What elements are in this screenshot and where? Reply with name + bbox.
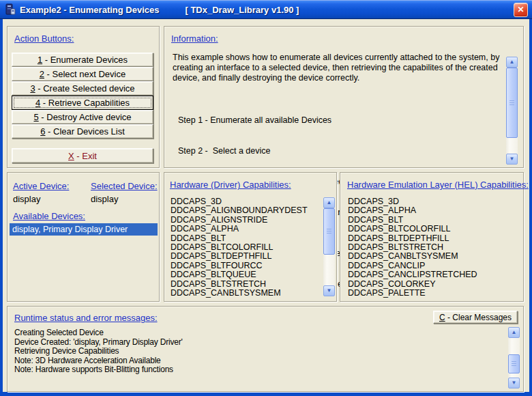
status-line: Retrieving Device Capabilities [14,347,183,356]
available-devices-label: Available Devices: [13,211,85,221]
scroll-up-button[interactable]: ▲ [508,327,520,338]
exit-button[interactable]: X - Exit [12,148,153,163]
caps-list-item[interactable]: DDCAPS_ALPHA [171,225,308,234]
caps-list-item[interactable]: DDCAPS_3D [348,197,477,206]
device-list-item-selected[interactable]: display, Primary Display Driver [10,223,158,236]
enumerate-devices-button[interactable]: 1 - Enumerate Devices [12,53,153,67]
caps-list-item[interactable]: DDCAPS_BLT [171,234,308,243]
caps-list-item[interactable]: DDCAPS_ALIGNSTRIDE [171,216,308,225]
available-devices-list[interactable]: display, Primary Display Driver [10,223,158,298]
caps-list-item[interactable]: DDCAPS_CANCLIP [348,261,477,270]
devices-panel: Active Device: display Selected Device: … [7,172,160,302]
information-panel: Information: This example shows how to e… [164,26,524,168]
caps-list-item[interactable]: DDCAPS_BLTCOLORFILL [348,225,477,234]
status-messages[interactable]: Creating Selected Device Device Created:… [14,328,183,375]
caps-list-item[interactable]: DDCAPS_BLTDEPTHFILL [171,252,308,261]
info-scrollbar[interactable]: ▲ ▼ [506,57,518,165]
scroll-track[interactable] [506,68,518,154]
selected-device-value: display [91,194,118,204]
clear-messages-button[interactable]: C - Clear Messages [433,311,518,324]
select-next-device-button[interactable]: 2 - Select next Device [12,67,153,81]
title-bar[interactable]: Example2 - Enumerating Devices[ TDx_Draw… [0,0,532,19]
information-text[interactable]: This example shows how to enumerate all … [173,53,511,83]
clear-devices-list-button[interactable]: 6 - Clear Devices List [12,124,153,139]
active-device-value: display [13,194,40,204]
close-button[interactable]: ✕ [514,3,528,17]
status-panel: Runtime status and error messages: C - C… [7,306,524,392]
caps-list-item[interactable]: DDCAPS_BLTDEPTHFILL [348,234,477,243]
chevron-down-icon: ▼ [327,287,332,294]
close-icon: ✕ [517,5,524,14]
caps-list-item[interactable]: DDCAPS_3D [171,197,308,206]
caps-list-item[interactable]: DDCAPS_PALETTE [348,289,477,298]
action-buttons-panel: Action Buttons: 1 - Enumerate Devices 2 … [7,26,160,168]
caps-list-item[interactable]: DDCAPS_BLTFOURCC [171,261,308,270]
retrieve-capabilities-button[interactable]: 4 - Retrieve Capabilities [12,96,153,110]
scroll-up-button[interactable]: ▲ [323,197,335,208]
action-buttons-label: Action Buttons: [14,33,74,44]
scroll-down-button[interactable]: ▼ [323,285,335,296]
caps-list-item[interactable]: DDCAPS_BLT [348,216,477,225]
status-line: Note: 3D Hardware Acceleration Available [14,356,183,366]
caps-list-item[interactable]: DDCAPS_BLTSTRETCH [171,280,308,289]
caps-list-item[interactable]: DDCAPS_ALIGNBOUNDARYDEST [171,206,308,215]
window: Example2 - Enumerating Devices[ TDx_Draw… [0,0,532,396]
selected-device-label: Selected Device: [91,181,158,191]
scroll-up-button[interactable]: ▲ [506,57,518,68]
caps-list-item[interactable]: DDCAPS_CANBLTSYSMEM [348,252,477,261]
hw-caps-scrollbar[interactable]: ▲ ▼ [323,197,335,296]
information-label: Information: [171,33,218,44]
chevron-up-icon: ▲ [509,59,515,65]
chevron-down-icon: ▼ [509,156,515,162]
status-line: Creating Selected Device [14,328,183,338]
chevron-up-icon: ▲ [512,329,517,335]
client-area: Action Buttons: 1 - Enumerate Devices 2 … [3,19,529,392]
hw-caps-list[interactable]: DDCAPS_3D DDCAPS_ALIGNBOUNDARYDEST DDCAP… [171,197,308,298]
caps-list-item[interactable]: DDCAPS_BLTSTRETCH [348,243,477,252]
scroll-thumb[interactable] [506,68,518,138]
status-scrollbar[interactable]: ▲ ▼ [508,327,520,388]
caps-list-item[interactable]: DDCAPS_CANBLTSYSMEM [171,289,308,298]
info-step: Step 1 - Enumerate all available Devices [173,115,514,126]
app-icon [4,3,16,16]
window-title: Example2 - Enumerating Devices[ TDx_Draw… [20,5,299,15]
caps-list-item[interactable]: DDCAPS_CANCLIPSTRETCHED [348,270,477,279]
info-step: Step 2 - Select a device [173,146,514,156]
chevron-down-icon: ▼ [512,380,517,386]
scroll-down-button[interactable]: ▼ [506,154,518,165]
scroll-track[interactable] [508,338,520,378]
hel-caps-label: Hardware Emulation Layer (HEL) Capabilit… [347,180,529,190]
hel-caps-panel: Hardware Emulation Layer (HEL) Capabilit… [340,172,524,302]
caps-list-item[interactable]: DDCAPS_ALPHA [348,206,477,215]
scroll-thumb[interactable] [323,208,335,255]
hw-caps-panel: Hardware (Driver) Capabilities: DDCAPS_3… [164,172,337,302]
caps-list-item[interactable]: DDCAPS_COLORKEY [348,280,477,289]
destroy-active-device-button[interactable]: 5 - Destroy Active device [12,110,153,124]
create-selected-device-button[interactable]: 3 - Create Selected device [12,81,153,96]
status-label: Runtime status and error messages: [14,313,158,323]
caps-list-item[interactable]: DDCAPS_BLTCOLORFILL [171,243,308,252]
hel-caps-list[interactable]: DDCAPS_3D DDCAPS_ALPHA DDCAPS_BLT DDCAPS… [348,197,477,298]
scroll-thumb[interactable] [508,354,520,373]
active-device-label: Active Device: [13,181,69,191]
status-line: Note: Hardware supports Bit-Blitting fun… [14,365,183,375]
scroll-track[interactable] [323,208,335,285]
status-line: Device Created: 'display, Primary Displa… [14,338,183,348]
scroll-down-button[interactable]: ▼ [508,378,520,388]
chevron-up-icon: ▲ [327,199,332,206]
caps-list-item[interactable]: DDCAPS_BLTQUEUE [171,270,308,279]
hw-caps-label: Hardware (Driver) Capabilities: [170,180,291,190]
window-title-version: [ TDx_Draw_Library v1.90 ] [185,5,299,15]
